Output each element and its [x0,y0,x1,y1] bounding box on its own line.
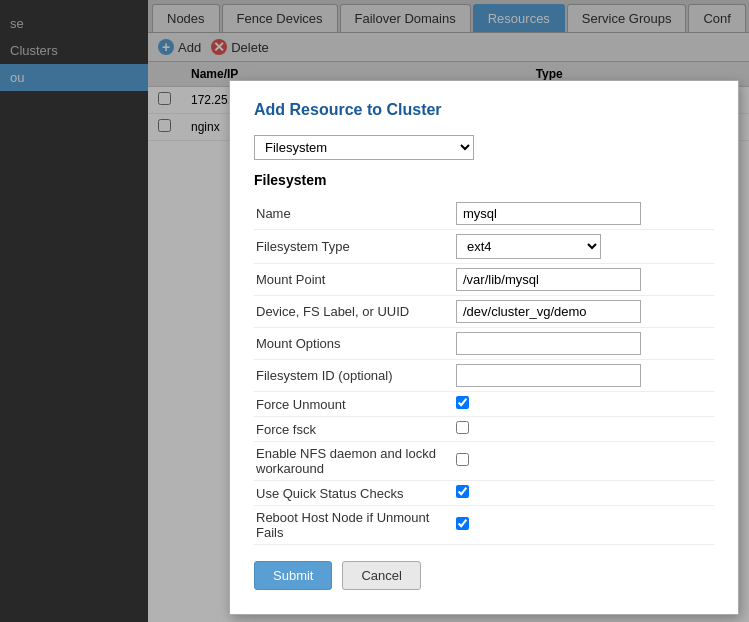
force-fsck-checkbox[interactable] [456,421,469,434]
filesystem-section-title: Filesystem [254,172,714,188]
device-input-cell [454,296,714,328]
fs-id-input-cell [454,360,714,392]
submit-button[interactable]: Submit [254,561,332,590]
fs-type-select[interactable]: ext4ext3ext2xfsnfsbtrfs [456,234,601,259]
mount-options-input-cell [454,328,714,360]
add-resource-dialog: Add Resource to Cluster FilesystemIP Add… [229,80,739,615]
force-fsck-cell [454,417,714,442]
nfs-checkbox[interactable] [456,453,469,466]
device-label: Device, FS Label, or UUID [254,296,454,328]
dialog-buttons: Submit Cancel [254,561,714,590]
name-label: Name [254,198,454,230]
name-input-cell [454,198,714,230]
mount-point-input-cell [454,264,714,296]
fs-id-input[interactable] [456,364,641,387]
force-unmount-label: Force Unmount [254,392,454,417]
quick-status-cell [454,481,714,506]
form-table: Name Filesystem Type ext4ext3ext2xfsnfsb… [254,198,714,545]
cancel-button[interactable]: Cancel [342,561,420,590]
force-unmount-checkbox[interactable] [456,396,469,409]
fs-type-input-cell: ext4ext3ext2xfsnfsbtrfs [454,230,714,264]
nfs-cell [454,442,714,481]
reboot-cell [454,506,714,545]
dialog-overlay: Add Resource to Cluster FilesystemIP Add… [0,0,749,622]
device-input[interactable] [456,300,641,323]
fs-type-label: Filesystem Type [254,230,454,264]
quick-status-checkbox[interactable] [456,485,469,498]
mount-point-input[interactable] [456,268,641,291]
nfs-label: Enable NFS daemon and lockd workaround [254,442,454,481]
dialog-title: Add Resource to Cluster [254,101,714,119]
mount-options-label: Mount Options [254,328,454,360]
mount-point-label: Mount Point [254,264,454,296]
name-input[interactable] [456,202,641,225]
reboot-checkbox[interactable] [456,517,469,530]
quick-status-label: Use Quick Status Checks [254,481,454,506]
resource-type-select[interactable]: FilesystemIP AddressScriptLSBSysV [254,135,474,160]
fs-id-label: Filesystem ID (optional) [254,360,454,392]
mount-options-input[interactable] [456,332,641,355]
force-unmount-cell [454,392,714,417]
reboot-label: Reboot Host Node if Unmount Fails [254,506,454,545]
force-fsck-label: Force fsck [254,417,454,442]
